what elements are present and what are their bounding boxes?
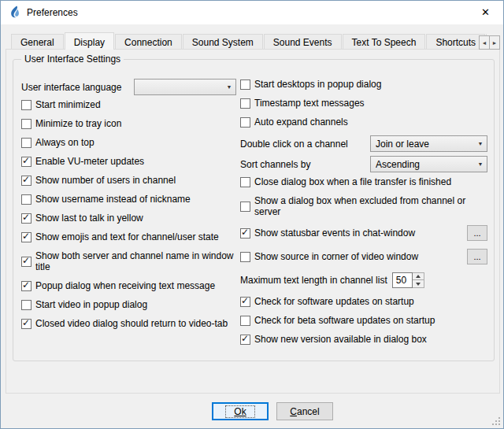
cancel-button-label: Cancel (290, 406, 319, 417)
sort-channels-label: Sort channels by (240, 159, 310, 170)
checkbox-start-minimized[interactable]: Start minimized (21, 99, 242, 110)
double-click-value: Join or leave (376, 139, 474, 150)
max-text-length-input[interactable]: 50 (392, 272, 413, 288)
checkbox-show-emojis[interactable]: Show emojis and text for channel/user st… (21, 231, 242, 242)
app-icon (8, 6, 21, 19)
checkbox-start-video-popup[interactable]: Start video in popup dialog (21, 299, 242, 310)
checkbox-box[interactable] (240, 117, 250, 128)
max-text-length-row: Maximum text length in channel list 50 (240, 272, 487, 288)
checkbox-box[interactable] (21, 257, 32, 267)
left-column: User interface language ▼ Start minimize… (21, 79, 242, 337)
preferences-window: Preferences ✕ General Display Connection… (0, 0, 504, 429)
double-click-label: Double click on a channel (240, 139, 348, 150)
spin-down-icon[interactable] (413, 280, 424, 288)
checkbox-label: Start minimized (35, 99, 101, 110)
statusbar-events-more-button[interactable]: ... (467, 225, 487, 241)
tab-scroll-left-icon[interactable]: ◄ (479, 35, 490, 50)
checkbox-minimize-to-tray[interactable]: Minimize to tray icon (21, 118, 242, 129)
resize-grip[interactable] (491, 416, 501, 426)
checkbox-label: Closed video dialog should return to vid… (35, 318, 228, 329)
checkbox-new-version-dialog[interactable]: Show new version available in dialog box (240, 334, 487, 345)
sort-channels-row: Sort channels by Ascending ▼ (240, 156, 487, 172)
tab-shortcuts[interactable]: Shortcuts (426, 34, 485, 50)
max-text-length-label: Maximum text length in channel list (240, 275, 387, 286)
checkbox-box[interactable] (21, 300, 32, 310)
max-text-length-stepper: 50 (392, 272, 424, 288)
checkbox-box[interactable] (21, 232, 32, 242)
checkbox-closed-video-return[interactable]: Closed video dialog should return to vid… (21, 318, 242, 329)
cancel-button[interactable]: Cancel (276, 402, 333, 420)
sort-channels-value: Ascending (376, 159, 474, 170)
checkbox-box[interactable] (21, 119, 32, 129)
chevron-down-icon: ▼ (474, 157, 487, 172)
tab-text-to-speech[interactable]: Text To Speech (343, 34, 426, 50)
checkbox-always-on-top[interactable]: Always on top (21, 137, 242, 148)
checkbox-video-source-corner[interactable] (240, 252, 250, 262)
display-tab-panel: User Interface Settings User interface l… (6, 49, 500, 394)
spin-up-icon[interactable] (413, 272, 424, 280)
checkbox-box[interactable] (21, 213, 32, 224)
checkbox-dialog-when-excluded[interactable]: Show a dialog box when excluded from cha… (240, 195, 487, 217)
checkbox-box[interactable] (240, 98, 250, 109)
checkbox-box[interactable] (21, 138, 32, 148)
checkbox-label: Enable VU-meter updates (35, 156, 144, 167)
checkbox-vu-meter-updates[interactable]: Enable VU-meter updates (21, 156, 242, 167)
checkbox-label: Minimize to tray icon (35, 118, 121, 129)
tab-bar: General Display Connection Sound System … (11, 32, 487, 50)
checkbox-label: Show source in corner of video window (254, 251, 418, 262)
checkbox-box[interactable] (240, 316, 250, 326)
language-label: User interface language (21, 82, 134, 93)
checkbox-box[interactable] (240, 335, 250, 345)
checkbox-box[interactable] (21, 100, 32, 110)
checkbox-box[interactable] (240, 80, 250, 90)
checkbox-label: Close dialog box when a file transfer is… (254, 176, 451, 187)
checkbox-label: Start desktops in popup dialog (254, 79, 381, 90)
checkbox-box[interactable] (21, 194, 32, 205)
checkbox-label: Show emojis and text for channel/user st… (35, 231, 219, 242)
tab-sound-events[interactable]: Sound Events (264, 34, 342, 50)
checkbox-last-to-talk-yellow[interactable]: Show last to talk in yellow (21, 213, 242, 224)
tab-sound-system[interactable]: Sound System (183, 34, 263, 50)
checkbox-box[interactable] (21, 176, 32, 186)
double-click-dropdown[interactable]: Join or leave ▼ (370, 135, 487, 152)
tab-display[interactable]: Display (65, 32, 114, 50)
video-source-more-button[interactable]: ... (467, 249, 487, 264)
titlebar: Preferences ✕ (1, 1, 503, 24)
checkbox-label: Check for beta software updates on start… (254, 315, 435, 326)
checkbox-statusbar-events[interactable] (240, 228, 250, 239)
checkbox-server-channel-in-title[interactable]: Show both server and channel name in win… (21, 250, 242, 272)
video-source-row: Show source in corner of video window ..… (240, 249, 487, 264)
checkbox-label: Show username instead of nickname (35, 194, 191, 205)
checkbox-box[interactable] (240, 297, 250, 307)
checkbox-auto-expand-channels[interactable]: Auto expand channels (240, 116, 487, 128)
tab-connection[interactable]: Connection (115, 34, 182, 50)
close-icon[interactable]: ✕ (468, 1, 503, 24)
checkbox-box[interactable] (240, 177, 250, 187)
checkbox-label: Always on top (35, 137, 94, 148)
checkbox-show-number-of-users[interactable]: Show number of users in channel (21, 175, 242, 186)
chevron-down-icon: ▼ (223, 80, 235, 94)
checkbox-label: Auto expand channels (254, 116, 348, 128)
checkbox-box[interactable] (21, 319, 32, 329)
checkbox-start-desktops-popup[interactable]: Start desktops in popup dialog (240, 79, 487, 90)
checkbox-timestamp-messages[interactable]: Timestamp text messages (240, 98, 487, 109)
user-interface-settings-group: User Interface Settings User interface l… (13, 59, 495, 361)
checkbox-check-updates[interactable]: Check for software updates on startup (240, 296, 487, 307)
checkbox-close-dialog-file-transfer[interactable]: Close dialog box when a file transfer is… (240, 176, 487, 187)
checkbox-box[interactable] (21, 157, 32, 167)
checkbox-box[interactable] (240, 202, 250, 212)
tab-general[interactable]: General (11, 34, 64, 50)
checkbox-label: Check for software updates on startup (254, 296, 414, 307)
ok-button[interactable]: Ok (212, 402, 269, 420)
checkbox-label: Popup dialog when receiving text message (35, 280, 215, 291)
checkbox-show-username[interactable]: Show username instead of nickname (21, 194, 242, 205)
checkbox-check-beta-updates[interactable]: Check for beta software updates on start… (240, 315, 487, 326)
window-title: Preferences (27, 7, 78, 18)
tab-scroll-right-icon[interactable]: ► (489, 35, 500, 50)
language-dropdown[interactable]: ▼ (134, 79, 236, 95)
checkbox-popup-text-message[interactable]: Popup dialog when receiving text message (21, 280, 242, 291)
checkbox-label: Show new version available in dialog box (254, 334, 427, 345)
checkbox-box[interactable] (21, 281, 32, 291)
checkbox-label: Show last to talk in yellow (35, 213, 143, 224)
sort-channels-dropdown[interactable]: Ascending ▼ (370, 156, 487, 172)
